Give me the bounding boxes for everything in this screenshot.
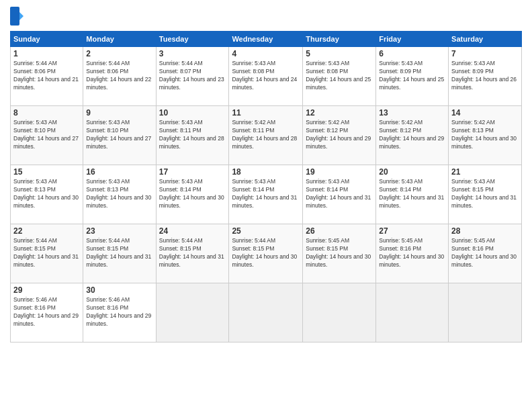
day-number: 29 [13,285,80,295]
day-info: Sunrise: 5:43 AMSunset: 8:14 PMDaylight:… [379,178,445,210]
svg-marker-1 [19,12,24,20]
calendar-cell: 11Sunrise: 5:42 AMSunset: 8:11 PMDayligh… [229,106,303,165]
calendar-week-row: 29Sunrise: 5:46 AMSunset: 8:16 PMDayligh… [11,283,522,342]
day-number: 22 [13,226,80,236]
day-info: Sunrise: 5:45 AMSunset: 8:16 PMDaylight:… [451,237,519,269]
day-number: 28 [451,226,519,236]
day-number: 19 [306,167,373,177]
calendar-cell: 9Sunrise: 5:43 AMSunset: 8:10 PMDaylight… [83,106,156,165]
day-info: Sunrise: 5:43 AMSunset: 8:11 PMDaylight:… [159,119,226,151]
day-info: Sunrise: 5:43 AMSunset: 8:14 PMDaylight:… [232,178,300,210]
calendar-cell: 3Sunrise: 5:44 AMSunset: 8:07 PMDaylight… [156,47,229,106]
day-info: Sunrise: 5:43 AMSunset: 8:14 PMDaylight:… [306,178,373,210]
calendar-week-row: 22Sunrise: 5:44 AMSunset: 8:15 PMDayligh… [11,224,522,283]
page: SundayMondayTuesdayWednesdayThursdayFrid… [0,0,532,411]
day-number: 6 [379,49,445,58]
day-info: Sunrise: 5:43 AMSunset: 8:09 PMDaylight:… [379,60,445,92]
day-number: 5 [306,49,373,58]
weekday-header: Tuesday [156,32,229,47]
calendar-cell: 27Sunrise: 5:45 AMSunset: 8:16 PMDayligh… [376,224,449,283]
weekday-header: Sunday [11,32,83,47]
day-number: 18 [232,167,300,177]
calendar-cell: 13Sunrise: 5:42 AMSunset: 8:12 PMDayligh… [376,106,449,165]
calendar-cell: 6Sunrise: 5:43 AMSunset: 8:09 PMDaylight… [376,47,449,106]
day-number: 12 [306,108,373,118]
day-number: 17 [159,167,226,177]
calendar-cell: 2Sunrise: 5:44 AMSunset: 8:06 PMDaylight… [83,47,156,106]
day-number: 23 [86,226,152,236]
day-info: Sunrise: 5:43 AMSunset: 8:13 PMDaylight:… [13,178,80,210]
calendar-cell: 12Sunrise: 5:42 AMSunset: 8:12 PMDayligh… [303,106,376,165]
day-info: Sunrise: 5:44 AMSunset: 8:15 PMDaylight:… [159,237,226,269]
day-info: Sunrise: 5:43 AMSunset: 8:13 PMDaylight:… [86,178,152,210]
day-info: Sunrise: 5:45 AMSunset: 8:16 PMDaylight:… [379,237,445,269]
day-number: 27 [379,226,445,236]
logo [10,7,26,26]
calendar-cell: 26Sunrise: 5:45 AMSunset: 8:15 PMDayligh… [303,224,376,283]
calendar-cell: 18Sunrise: 5:43 AMSunset: 8:14 PMDayligh… [229,165,303,224]
calendar-header-row: SundayMondayTuesdayWednesdayThursdayFrid… [11,32,522,47]
day-info: Sunrise: 5:42 AMSunset: 8:13 PMDaylight:… [451,119,519,151]
calendar-cell [449,283,522,342]
day-number: 15 [13,167,80,177]
day-number: 8 [13,108,80,118]
day-info: Sunrise: 5:44 AMSunset: 8:15 PMDaylight:… [13,237,80,269]
weekday-header: Saturday [449,32,522,47]
day-info: Sunrise: 5:43 AMSunset: 8:10 PMDaylight:… [86,119,152,151]
calendar-week-row: 8Sunrise: 5:43 AMSunset: 8:10 PMDaylight… [11,106,522,165]
day-number: 2 [86,49,152,58]
calendar-cell [303,283,376,342]
svg-rect-0 [10,7,19,26]
day-number: 9 [86,108,152,118]
day-number: 4 [232,49,300,58]
logo-icon [10,7,24,26]
day-number: 16 [86,167,152,177]
calendar-cell: 14Sunrise: 5:42 AMSunset: 8:13 PMDayligh… [449,106,522,165]
day-info: Sunrise: 5:46 AMSunset: 8:16 PMDaylight:… [86,296,152,328]
calendar-cell: 21Sunrise: 5:43 AMSunset: 8:15 PMDayligh… [449,165,522,224]
calendar-cell: 20Sunrise: 5:43 AMSunset: 8:14 PMDayligh… [376,165,449,224]
calendar-week-row: 15Sunrise: 5:43 AMSunset: 8:13 PMDayligh… [11,165,522,224]
day-number: 25 [232,226,300,236]
day-number: 3 [159,49,226,58]
weekday-header: Friday [376,32,449,47]
day-number: 21 [451,167,519,177]
header [10,7,522,26]
calendar-cell: 30Sunrise: 5:46 AMSunset: 8:16 PMDayligh… [83,283,156,342]
day-info: Sunrise: 5:42 AMSunset: 8:12 PMDaylight:… [379,119,445,151]
calendar-cell: 25Sunrise: 5:44 AMSunset: 8:15 PMDayligh… [229,224,303,283]
day-number: 26 [306,226,373,236]
calendar-cell: 28Sunrise: 5:45 AMSunset: 8:16 PMDayligh… [449,224,522,283]
calendar-cell: 23Sunrise: 5:44 AMSunset: 8:15 PMDayligh… [83,224,156,283]
calendar-cell: 10Sunrise: 5:43 AMSunset: 8:11 PMDayligh… [156,106,229,165]
day-info: Sunrise: 5:44 AMSunset: 8:07 PMDaylight:… [159,60,226,92]
calendar-cell [376,283,449,342]
day-number: 13 [379,108,445,118]
calendar-cell: 7Sunrise: 5:43 AMSunset: 8:09 PMDaylight… [449,47,522,106]
day-info: Sunrise: 5:43 AMSunset: 8:14 PMDaylight:… [159,178,226,210]
calendar-cell: 17Sunrise: 5:43 AMSunset: 8:14 PMDayligh… [156,165,229,224]
day-info: Sunrise: 5:44 AMSunset: 8:06 PMDaylight:… [86,60,152,92]
weekday-header: Monday [83,32,156,47]
day-number: 7 [451,49,519,58]
day-info: Sunrise: 5:44 AMSunset: 8:15 PMDaylight:… [86,237,152,269]
day-number: 1 [13,49,80,58]
day-info: Sunrise: 5:44 AMSunset: 8:06 PMDaylight:… [13,60,80,92]
weekday-header: Wednesday [229,32,303,47]
day-info: Sunrise: 5:42 AMSunset: 8:12 PMDaylight:… [306,119,373,151]
calendar-cell: 24Sunrise: 5:44 AMSunset: 8:15 PMDayligh… [156,224,229,283]
day-number: 20 [379,167,445,177]
calendar-cell: 8Sunrise: 5:43 AMSunset: 8:10 PMDaylight… [11,106,83,165]
day-number: 14 [451,108,519,118]
day-info: Sunrise: 5:43 AMSunset: 8:08 PMDaylight:… [306,60,373,92]
weekday-header: Thursday [303,32,376,47]
day-info: Sunrise: 5:43 AMSunset: 8:15 PMDaylight:… [451,178,519,210]
calendar-cell: 19Sunrise: 5:43 AMSunset: 8:14 PMDayligh… [303,165,376,224]
calendar-table: SundayMondayTuesdayWednesdayThursdayFrid… [10,31,522,342]
day-number: 11 [232,108,300,118]
calendar-cell: 4Sunrise: 5:43 AMSunset: 8:08 PMDaylight… [229,47,303,106]
day-number: 30 [86,285,152,295]
day-info: Sunrise: 5:44 AMSunset: 8:15 PMDaylight:… [232,237,300,269]
calendar-week-row: 1Sunrise: 5:44 AMSunset: 8:06 PMDaylight… [11,47,522,106]
calendar-cell: 15Sunrise: 5:43 AMSunset: 8:13 PMDayligh… [11,165,83,224]
